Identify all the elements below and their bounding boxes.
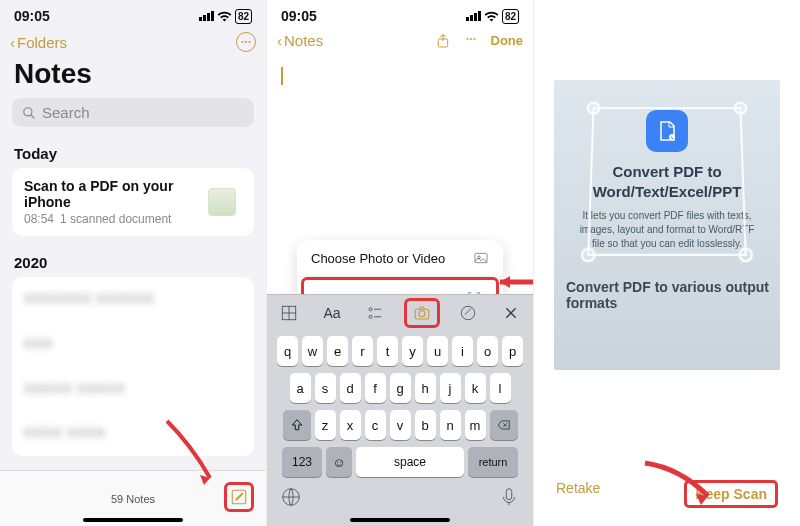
status-bar: 09:05 82 <box>267 0 533 28</box>
key-x[interactable]: x <box>340 410 361 440</box>
key-p[interactable]: p <box>502 336 523 366</box>
chevron-left-icon: ‹ <box>10 34 15 51</box>
key-i[interactable]: i <box>452 336 473 366</box>
blurred-note: XXX <box>24 332 242 357</box>
note-subtitle: 1 scanned document <box>60 212 171 226</box>
share-icon[interactable] <box>435 33 451 49</box>
photo-icon <box>473 250 489 266</box>
key-m[interactable]: m <box>465 410 486 440</box>
mic-icon[interactable] <box>498 486 520 508</box>
svg-line-4 <box>31 114 35 118</box>
svg-point-0 <box>242 41 244 43</box>
globe-icon[interactable] <box>280 486 302 508</box>
compose-note-button[interactable] <box>224 482 254 512</box>
compose-icon <box>230 488 248 506</box>
emoji-key[interactable]: ☺ <box>326 447 352 477</box>
keyboard: qwertyuiop asdfghjkl zxcvbnm 123 ☺ space… <box>267 330 533 526</box>
shift-key[interactable] <box>283 410 311 440</box>
crop-handle-tl[interactable] <box>587 102 601 115</box>
markup-button[interactable] <box>453 301 483 325</box>
battery-indicator: 82 <box>502 9 519 24</box>
key-u[interactable]: u <box>427 336 448 366</box>
crop-handle-bl[interactable] <box>581 247 596 262</box>
cell-signal-icon <box>199 11 214 21</box>
clock: 09:05 <box>281 8 317 24</box>
key-q[interactable]: q <box>277 336 298 366</box>
search-icon <box>22 106 36 120</box>
more-options-button[interactable] <box>465 33 477 48</box>
battery-indicator: 82 <box>235 9 252 24</box>
note-card-today[interactable]: Scan to a PDF on your iPhone 08:541 scan… <box>12 168 254 236</box>
home-indicator <box>83 518 183 522</box>
key-f[interactable]: f <box>365 373 386 403</box>
done-button[interactable]: Done <box>491 33 524 48</box>
svg-point-15 <box>369 307 372 310</box>
blurred-note: XXXX XXXX <box>24 421 242 446</box>
search-input[interactable]: Search <box>12 98 254 127</box>
format-button[interactable]: Aa <box>317 301 347 325</box>
nav-bar: ‹ Folders <box>0 28 266 58</box>
svg-point-7 <box>466 38 468 40</box>
space-key[interactable]: space <box>356 447 464 477</box>
camera-toolbar-button[interactable] <box>404 298 440 328</box>
key-h[interactable]: h <box>415 373 436 403</box>
clock: 09:05 <box>14 8 50 24</box>
wifi-icon <box>484 10 499 22</box>
status-bar: 09:05 82 <box>0 0 266 28</box>
scan-sub-heading: Convert PDF to various output formats <box>566 279 780 311</box>
key-a[interactable]: a <box>290 373 311 403</box>
key-r[interactable]: r <box>352 336 373 366</box>
backspace-key[interactable] <box>490 410 518 440</box>
key-o[interactable]: o <box>477 336 498 366</box>
ellipsis-icon <box>465 33 477 45</box>
svg-point-3 <box>24 107 32 115</box>
close-toolbar-button[interactable] <box>496 301 526 325</box>
wifi-icon <box>217 10 232 22</box>
key-e[interactable]: e <box>327 336 348 366</box>
key-w[interactable]: w <box>302 336 323 366</box>
key-k[interactable]: k <box>465 373 486 403</box>
key-n[interactable]: n <box>440 410 461 440</box>
notes-list-screen: 09:05 82 ‹ Folders Notes Search Today <box>0 0 267 526</box>
key-j[interactable]: j <box>440 373 461 403</box>
return-key[interactable]: return <box>468 447 518 477</box>
key-t[interactable]: t <box>377 336 398 366</box>
key-g[interactable]: g <box>390 373 411 403</box>
section-2020-header: 2020 <box>0 246 266 277</box>
key-y[interactable]: y <box>402 336 423 366</box>
notes-2020-list[interactable]: XXXXXXX XXXXXX XXX XXXXX XXXXX XXXX XXXX <box>12 277 254 456</box>
key-b[interactable]: b <box>415 410 436 440</box>
note-thumbnail <box>208 188 236 216</box>
checklist-button[interactable] <box>360 301 390 325</box>
blurred-note: XXXXX XXXXX <box>24 377 242 402</box>
retake-button[interactable]: Retake <box>556 480 600 508</box>
svg-point-2 <box>249 41 251 43</box>
crop-overlay[interactable] <box>587 107 747 256</box>
svg-point-16 <box>369 315 372 318</box>
svg-rect-21 <box>506 489 512 500</box>
back-notes-button[interactable]: ‹ Notes <box>277 32 323 49</box>
key-v[interactable]: v <box>390 410 411 440</box>
section-today-header: Today <box>0 137 266 168</box>
keep-scan-button[interactable]: Keep Scan <box>684 480 778 508</box>
search-placeholder: Search <box>42 104 90 121</box>
note-editor-screen: 09:05 82 ‹ Notes Done Choose Photo or Vi… <box>267 0 534 526</box>
choose-photo-option[interactable]: Choose Photo or Video <box>297 240 503 277</box>
key-z[interactable]: z <box>315 410 336 440</box>
crop-handle-br[interactable] <box>738 247 753 262</box>
key-s[interactable]: s <box>315 373 336 403</box>
svg-point-19 <box>461 306 475 320</box>
notes-count: 59 Notes <box>111 493 155 505</box>
cell-signal-icon <box>466 11 481 21</box>
numbers-key[interactable]: 123 <box>282 447 322 477</box>
scan-preview-image[interactable]: Convert PDF to Word/Text/Excel/PPT It le… <box>554 80 780 370</box>
key-l[interactable]: l <box>490 373 511 403</box>
back-folders-button[interactable]: ‹ Folders <box>10 34 67 51</box>
key-c[interactable]: c <box>365 410 386 440</box>
svg-point-8 <box>470 38 472 40</box>
more-options-button[interactable] <box>236 32 256 52</box>
table-button[interactable] <box>274 301 304 325</box>
home-indicator <box>350 518 450 522</box>
crop-handle-tr[interactable] <box>734 102 748 115</box>
key-d[interactable]: d <box>340 373 361 403</box>
